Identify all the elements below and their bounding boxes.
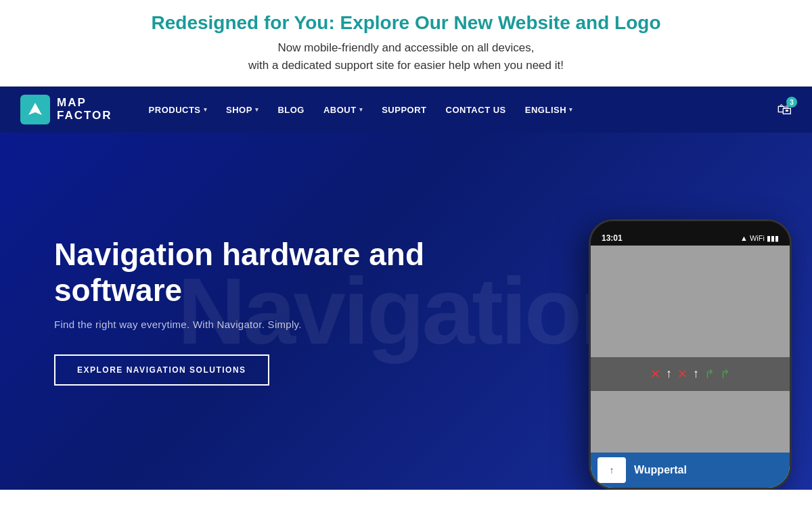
logo-text: MAP FACTOR	[57, 97, 112, 122]
nav-support[interactable]: SUPPORT	[372, 87, 436, 133]
nav-products[interactable]: PRODUCTS ▾	[139, 87, 217, 133]
logo[interactable]: MAP FACTOR	[20, 95, 112, 124]
hero-section: Navigation Navigation hardware and softw…	[0, 133, 812, 490]
nav-shop[interactable]: SHOP ▾	[217, 87, 268, 133]
nav-contact[interactable]: CONTACT US	[436, 87, 516, 133]
lane-arrow-cross1: ✕	[650, 367, 660, 382]
lane-arrow-up2: ↑	[693, 367, 699, 381]
lane-arrow-right2: ↱	[720, 367, 730, 382]
hero-content: Navigation hardware and software Find th…	[54, 237, 528, 386]
chevron-down-icon: ▾	[204, 106, 208, 113]
phone-nav-bar: ↑ Wuppertal	[591, 453, 790, 488]
nav-blog[interactable]: BLOG	[268, 87, 314, 133]
logo-icon	[20, 95, 50, 124]
lane-arrows: ✕ ↑ ✕ ↑ ↱ ↱	[591, 357, 790, 391]
announcement-subtitle: Now mobile-friendly and accessible on al…	[27, 39, 785, 74]
phone-frame: 13:01 ▲ WiFi ▮▮▮ ✕ ↑ ✕ ↑ ↱ ↱	[589, 219, 792, 490]
lane-arrow-right: ↱	[704, 367, 715, 382]
chevron-down-icon: ▾	[359, 106, 363, 113]
cart-button[interactable]: 🛍 3	[777, 101, 792, 118]
status-time: 13:01	[602, 233, 623, 243]
phone-screen: ✕ ↑ ✕ ↑ ↱ ↱ ↑ Wuppertal	[591, 246, 790, 488]
hero-title: Navigation hardware and software	[54, 237, 528, 308]
cart-badge: 3	[786, 97, 797, 108]
nav-direction-arrow: ↑	[597, 457, 626, 483]
lane-arrow-cross2: ✕	[677, 367, 687, 382]
navbar: MAP FACTOR PRODUCTS ▾ SHOP ▾ BLOG ABOUT …	[0, 87, 812, 133]
nav-destination: Wuppertal	[634, 464, 687, 476]
nav-links: PRODUCTS ▾ SHOP ▾ BLOG ABOUT ▾ SUPPORT C…	[139, 87, 777, 133]
chevron-down-icon: ▾	[255, 106, 259, 113]
hero-subtitle: Find the right way everytime. With Navig…	[54, 319, 528, 330]
phone-mockup: 13:01 ▲ WiFi ▮▮▮ ✕ ↑ ✕ ↑ ↱ ↱	[589, 219, 812, 490]
lane-arrow-up1: ↑	[666, 367, 672, 381]
nav-about[interactable]: ABOUT ▾	[314, 87, 372, 133]
hero-cta-button[interactable]: EXPLORE NAVIGATION SOLUTIONS	[54, 354, 269, 386]
phone-notch	[656, 227, 724, 241]
nav-right: 🛍 3	[777, 101, 792, 118]
status-icons: ▲ WiFi ▮▮▮	[740, 234, 779, 243]
chevron-down-icon: ▾	[569, 106, 573, 113]
announcement-bar: Redesigned for You: Explore Our New Webs…	[0, 0, 812, 87]
nav-language[interactable]: ENGLISH ▾	[516, 87, 583, 133]
svg-marker-0	[28, 103, 42, 115]
announcement-title: Redesigned for You: Explore Our New Webs…	[27, 12, 785, 34]
